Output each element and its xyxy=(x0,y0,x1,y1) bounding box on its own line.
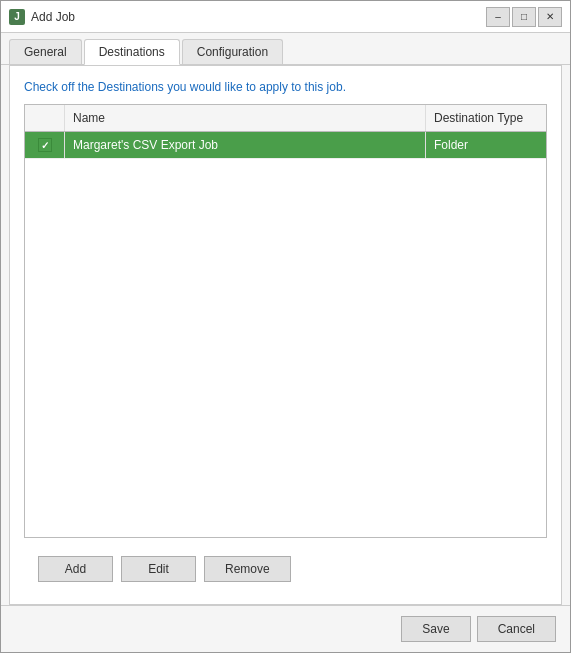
title-bar-left: J Add Job xyxy=(9,9,75,25)
remove-button[interactable]: Remove xyxy=(204,556,291,582)
app-icon: J xyxy=(9,9,25,25)
row-check-cell xyxy=(25,132,65,158)
title-bar-controls: – □ ✕ xyxy=(486,7,562,27)
title-bar: J Add Job – □ ✕ xyxy=(1,1,570,33)
table-row[interactable]: Margaret's CSV Export Job Folder xyxy=(25,132,546,159)
col-header-dest-type: Destination Type xyxy=(426,105,546,131)
col-header-check xyxy=(25,105,65,131)
tab-general[interactable]: General xyxy=(9,39,82,64)
add-button[interactable]: Add xyxy=(38,556,113,582)
tab-destinations[interactable]: Destinations xyxy=(84,39,180,65)
minimize-button[interactable]: – xyxy=(486,7,510,27)
main-window: J Add Job – □ ✕ General Destinations Con… xyxy=(0,0,571,653)
table-header: Name Destination Type xyxy=(25,105,546,132)
tab-configuration[interactable]: Configuration xyxy=(182,39,283,64)
destinations-table: Name Destination Type Margaret's CSV Exp… xyxy=(24,104,547,538)
footer: Save Cancel xyxy=(1,605,570,652)
tab-bar: General Destinations Configuration xyxy=(1,33,570,65)
save-button[interactable]: Save xyxy=(401,616,470,642)
main-content: Check off the Destinations you would lik… xyxy=(1,65,570,605)
close-button[interactable]: ✕ xyxy=(538,7,562,27)
row-checkbox[interactable] xyxy=(38,138,52,152)
info-text: Check off the Destinations you would lik… xyxy=(24,80,547,94)
action-button-bar: Add Edit Remove xyxy=(24,548,547,590)
row-dest-type: Folder xyxy=(426,132,546,158)
window-title: Add Job xyxy=(31,10,75,24)
row-name: Margaret's CSV Export Job xyxy=(65,132,426,158)
content-area: Check off the Destinations you would lik… xyxy=(9,65,562,605)
edit-button[interactable]: Edit xyxy=(121,556,196,582)
col-header-name: Name xyxy=(65,105,426,131)
maximize-button[interactable]: □ xyxy=(512,7,536,27)
cancel-button[interactable]: Cancel xyxy=(477,616,556,642)
table-body: Margaret's CSV Export Job Folder xyxy=(25,132,546,537)
